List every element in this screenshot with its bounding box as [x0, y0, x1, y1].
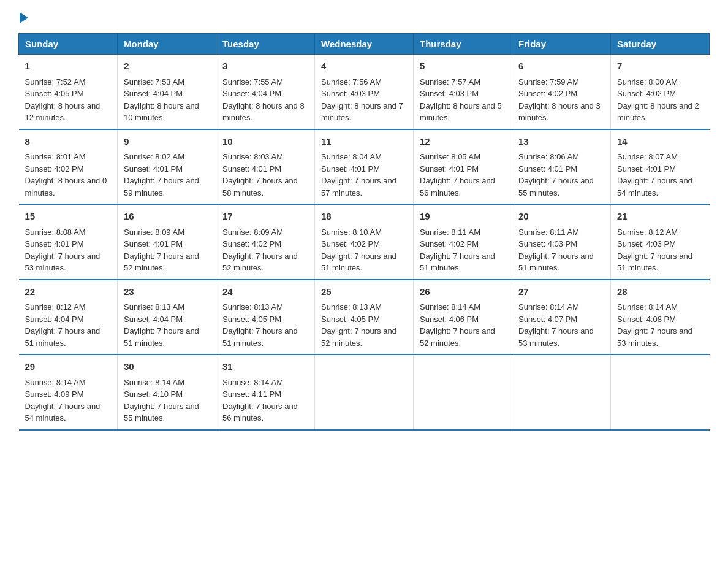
day-cell: 1 Sunrise: 7:52 AMSunset: 4:05 PMDayligh…	[19, 55, 118, 129]
day-number: 30	[124, 360, 210, 374]
day-number: 28	[617, 285, 703, 299]
day-info: Sunrise: 8:05 AMSunset: 4:01 PMDaylight:…	[420, 152, 495, 197]
day-cell	[512, 354, 611, 430]
day-number: 24	[222, 285, 308, 299]
day-number: 17	[222, 210, 308, 224]
day-number: 15	[25, 210, 112, 224]
header-cell-wednesday: Wednesday	[315, 34, 414, 55]
day-info: Sunrise: 8:12 AMSunset: 4:03 PMDaylight:…	[617, 228, 692, 273]
calendar-header: SundayMondayTuesdayWednesdayThursdayFrid…	[19, 34, 710, 55]
day-cell	[611, 354, 710, 430]
day-info: Sunrise: 8:14 AMSunset: 4:07 PMDaylight:…	[518, 302, 594, 348]
day-number: 6	[518, 59, 604, 74]
day-cell: 25 Sunrise: 8:13 AMSunset: 4:05 PMDaylig…	[315, 280, 414, 355]
day-info: Sunrise: 8:03 AMSunset: 4:01 PMDaylight:…	[222, 152, 298, 197]
day-number: 14	[617, 135, 703, 149]
day-info: Sunrise: 8:14 AMSunset: 4:10 PMDaylight:…	[124, 378, 199, 423]
day-cell: 31 Sunrise: 8:14 AMSunset: 4:11 PMDaylig…	[216, 354, 315, 430]
day-info: Sunrise: 7:59 AMSunset: 4:02 PMDaylight:…	[518, 77, 601, 123]
day-info: Sunrise: 7:55 AMSunset: 4:04 PMDaylight:…	[222, 77, 305, 123]
day-info: Sunrise: 8:09 AMSunset: 4:01 PMDaylight:…	[124, 228, 199, 273]
header-cell-sunday: Sunday	[19, 34, 118, 55]
day-cell: 5 Sunrise: 7:57 AMSunset: 4:03 PMDayligh…	[414, 55, 512, 129]
logo-arrow-icon	[20, 12, 28, 23]
day-info: Sunrise: 8:10 AMSunset: 4:02 PMDaylight:…	[321, 228, 396, 273]
day-cell	[315, 354, 414, 430]
week-row-1: 1 Sunrise: 7:52 AMSunset: 4:05 PMDayligh…	[19, 55, 710, 129]
day-cell	[414, 354, 512, 430]
week-row-4: 22 Sunrise: 8:12 AMSunset: 4:04 PMDaylig…	[19, 280, 710, 355]
day-cell: 13 Sunrise: 8:06 AMSunset: 4:01 PMDaylig…	[512, 129, 611, 205]
day-info: Sunrise: 8:13 AMSunset: 4:05 PMDaylight:…	[321, 302, 396, 348]
logo	[18, 12, 29, 23]
header-cell-saturday: Saturday	[611, 34, 710, 55]
day-number: 9	[124, 135, 210, 149]
day-info: Sunrise: 8:01 AMSunset: 4:02 PMDaylight:…	[25, 152, 107, 197]
day-number: 19	[420, 210, 506, 224]
day-number: 27	[518, 285, 604, 299]
day-cell: 8 Sunrise: 8:01 AMSunset: 4:02 PMDayligh…	[19, 129, 118, 205]
day-cell: 17 Sunrise: 8:09 AMSunset: 4:02 PMDaylig…	[216, 204, 315, 280]
header-cell-friday: Friday	[512, 34, 611, 55]
day-cell: 29 Sunrise: 8:14 AMSunset: 4:09 PMDaylig…	[19, 354, 118, 430]
week-row-5: 29 Sunrise: 8:14 AMSunset: 4:09 PMDaylig…	[19, 354, 710, 430]
week-row-3: 15 Sunrise: 8:08 AMSunset: 4:01 PMDaylig…	[19, 204, 710, 280]
day-number: 2	[124, 59, 210, 74]
header-row: SundayMondayTuesdayWednesdayThursdayFrid…	[19, 34, 710, 55]
day-number: 16	[124, 210, 210, 224]
day-number: 1	[25, 59, 112, 74]
day-cell: 14 Sunrise: 8:07 AMSunset: 4:01 PMDaylig…	[611, 129, 710, 205]
day-cell: 30 Sunrise: 8:14 AMSunset: 4:10 PMDaylig…	[118, 354, 216, 430]
day-info: Sunrise: 8:07 AMSunset: 4:01 PMDaylight:…	[617, 152, 692, 197]
day-info: Sunrise: 8:09 AMSunset: 4:02 PMDaylight:…	[222, 228, 298, 273]
day-cell: 22 Sunrise: 8:12 AMSunset: 4:04 PMDaylig…	[19, 280, 118, 355]
day-cell: 11 Sunrise: 8:04 AMSunset: 4:01 PMDaylig…	[315, 129, 414, 205]
day-cell: 9 Sunrise: 8:02 AMSunset: 4:01 PMDayligh…	[118, 129, 216, 205]
day-number: 10	[222, 135, 308, 149]
day-number: 29	[25, 360, 112, 374]
day-cell: 28 Sunrise: 8:14 AMSunset: 4:08 PMDaylig…	[611, 280, 710, 355]
header-cell-monday: Monday	[118, 34, 216, 55]
day-cell: 7 Sunrise: 8:00 AMSunset: 4:02 PMDayligh…	[611, 55, 710, 129]
day-info: Sunrise: 8:13 AMSunset: 4:04 PMDaylight:…	[124, 302, 199, 348]
day-number: 21	[617, 210, 703, 224]
calendar-body: 1 Sunrise: 7:52 AMSunset: 4:05 PMDayligh…	[19, 55, 710, 430]
day-info: Sunrise: 8:00 AMSunset: 4:02 PMDaylight:…	[617, 77, 699, 123]
day-number: 20	[518, 210, 604, 224]
week-row-2: 8 Sunrise: 8:01 AMSunset: 4:02 PMDayligh…	[19, 129, 710, 205]
day-cell: 4 Sunrise: 7:56 AMSunset: 4:03 PMDayligh…	[315, 55, 414, 129]
day-info: Sunrise: 8:14 AMSunset: 4:06 PMDaylight:…	[420, 302, 495, 348]
day-number: 4	[321, 59, 407, 74]
day-number: 18	[321, 210, 407, 224]
header-cell-thursday: Thursday	[414, 34, 512, 55]
day-info: Sunrise: 7:56 AMSunset: 4:03 PMDaylight:…	[321, 77, 403, 123]
day-number: 22	[25, 285, 112, 299]
day-number: 23	[124, 285, 210, 299]
day-number: 11	[321, 135, 407, 149]
day-info: Sunrise: 8:08 AMSunset: 4:01 PMDaylight:…	[25, 228, 100, 273]
day-cell: 18 Sunrise: 8:10 AMSunset: 4:02 PMDaylig…	[315, 204, 414, 280]
day-info: Sunrise: 8:02 AMSunset: 4:01 PMDaylight:…	[124, 152, 199, 197]
day-info: Sunrise: 7:52 AMSunset: 4:05 PMDaylight:…	[25, 77, 100, 123]
day-number: 13	[518, 135, 604, 149]
day-cell: 10 Sunrise: 8:03 AMSunset: 4:01 PMDaylig…	[216, 129, 315, 205]
day-number: 25	[321, 285, 407, 299]
day-cell: 15 Sunrise: 8:08 AMSunset: 4:01 PMDaylig…	[19, 204, 118, 280]
day-cell: 24 Sunrise: 8:13 AMSunset: 4:05 PMDaylig…	[216, 280, 315, 355]
day-number: 5	[420, 59, 506, 74]
day-cell: 3 Sunrise: 7:55 AMSunset: 4:04 PMDayligh…	[216, 55, 315, 129]
day-number: 3	[222, 59, 308, 74]
day-cell: 26 Sunrise: 8:14 AMSunset: 4:06 PMDaylig…	[414, 280, 512, 355]
day-cell: 6 Sunrise: 7:59 AMSunset: 4:02 PMDayligh…	[512, 55, 611, 129]
day-number: 8	[25, 135, 112, 149]
day-cell: 27 Sunrise: 8:14 AMSunset: 4:07 PMDaylig…	[512, 280, 611, 355]
day-info: Sunrise: 8:14 AMSunset: 4:11 PMDaylight:…	[222, 378, 298, 423]
day-cell: 19 Sunrise: 8:11 AMSunset: 4:02 PMDaylig…	[414, 204, 512, 280]
day-info: Sunrise: 7:53 AMSunset: 4:04 PMDaylight:…	[124, 77, 199, 123]
day-cell: 2 Sunrise: 7:53 AMSunset: 4:04 PMDayligh…	[118, 55, 216, 129]
day-number: 26	[420, 285, 506, 299]
day-info: Sunrise: 8:14 AMSunset: 4:08 PMDaylight:…	[617, 302, 692, 348]
day-info: Sunrise: 8:06 AMSunset: 4:01 PMDaylight:…	[518, 152, 594, 197]
calendar-table: SundayMondayTuesdayWednesdayThursdayFrid…	[18, 33, 710, 431]
day-number: 12	[420, 135, 506, 149]
